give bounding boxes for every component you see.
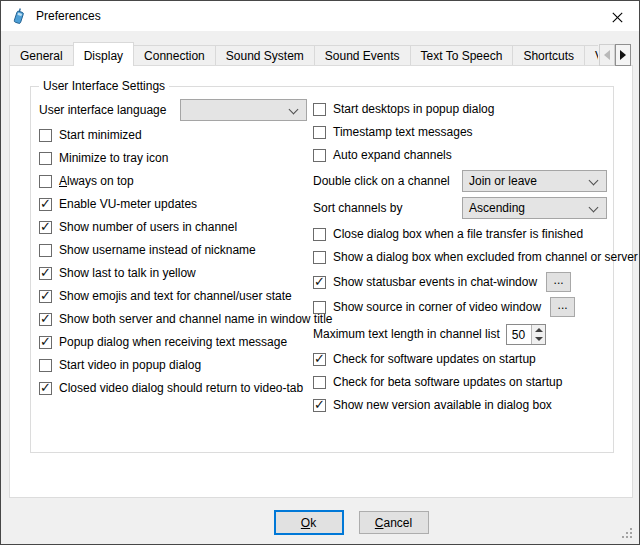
checkbox-row-closed-video-return[interactable]: Closed video dialog should return to vid… bbox=[39, 380, 307, 396]
double-click-value: Join or leave bbox=[469, 174, 537, 188]
checkbox-label: Show username instead of nickname bbox=[59, 243, 256, 257]
checkbox[interactable] bbox=[313, 103, 326, 116]
checkbox[interactable] bbox=[313, 376, 326, 389]
checkbox[interactable] bbox=[39, 267, 52, 280]
checkbox-label: Enable VU-meter updates bbox=[59, 197, 197, 211]
checkbox-label: Show number of users in channel bbox=[59, 220, 237, 234]
checkbox-label: Show source in corner of video window bbox=[333, 300, 541, 314]
max-text-length-spinner[interactable]: 50 bbox=[506, 324, 546, 345]
checkbox-row-minimize-to-tray[interactable]: Minimize to tray icon bbox=[39, 150, 307, 166]
close-icon bbox=[612, 12, 623, 23]
tab-video[interactable]: Video bbox=[584, 45, 598, 66]
max-text-length-row: Maximum text length in channel list 50 bbox=[313, 324, 607, 344]
checkbox-label: Show statusbar events in chat-window bbox=[333, 275, 537, 289]
tab-sound-system[interactable]: Sound System bbox=[215, 45, 315, 66]
checkbox-row-always-on-top[interactable]: Always on top bbox=[39, 173, 307, 189]
right-arrow-icon bbox=[620, 50, 626, 60]
double-click-combobox[interactable]: Join or leave bbox=[462, 170, 607, 192]
checkbox-row-last-to-talk[interactable]: Show last to talk in yellow bbox=[39, 265, 307, 281]
checkbox-row-popup-text-message[interactable]: Popup dialog when receiving text message bbox=[39, 334, 307, 350]
checkbox[interactable] bbox=[39, 244, 52, 257]
checkbox[interactable] bbox=[313, 251, 326, 264]
tab-display[interactable]: Display bbox=[73, 42, 134, 66]
sort-channels-value: Ascending bbox=[469, 201, 525, 215]
checkbox-row-start-video-popup[interactable]: Start video in popup dialog bbox=[39, 357, 307, 373]
chevron-down-icon bbox=[589, 203, 599, 213]
checkbox-label: Check for beta software updates on start… bbox=[333, 375, 562, 389]
language-combobox[interactable] bbox=[180, 99, 307, 121]
checkbox[interactable] bbox=[39, 198, 52, 211]
video-source-row[interactable]: Show source in corner of video window ..… bbox=[313, 297, 607, 317]
checkbox-label: Timestamp text messages bbox=[333, 125, 473, 139]
close-button[interactable] bbox=[605, 9, 629, 26]
checkbox-label: Closed video dialog should return to vid… bbox=[59, 381, 303, 395]
checkbox[interactable] bbox=[313, 126, 326, 139]
tab-shortcuts[interactable]: Shortcuts bbox=[512, 45, 585, 66]
statusbar-events-row[interactable]: Show statusbar events in chat-window ... bbox=[313, 272, 607, 292]
checkbox-row-desktops-popup[interactable]: Start desktops in popup dialog bbox=[313, 101, 607, 117]
checkbox-row-beta-updates[interactable]: Check for beta software updates on start… bbox=[313, 374, 607, 390]
tab-connection[interactable]: Connection bbox=[133, 45, 216, 66]
checkbox-row-show-username[interactable]: Show username instead of nickname bbox=[39, 242, 307, 258]
preferences-dialog: Preferences General Display Connection S… bbox=[0, 0, 640, 545]
checkbox-row-emojis[interactable]: Show emojis and text for channel/user st… bbox=[39, 288, 307, 304]
double-click-label: Double click on a channel bbox=[313, 174, 450, 188]
checkbox-row-vu-meter[interactable]: Enable VU-meter updates bbox=[39, 196, 307, 212]
checkbox-label: Start desktops in popup dialog bbox=[333, 102, 494, 116]
display-tab-page: User Interface Settings User interface l… bbox=[9, 65, 633, 498]
spin-down-icon[interactable] bbox=[532, 334, 545, 344]
checkbox-label: Show emojis and text for channel/user st… bbox=[59, 289, 292, 303]
left-column: User interface language Start minimized … bbox=[39, 99, 307, 403]
window-title: Preferences bbox=[36, 9, 101, 23]
checkbox[interactable] bbox=[39, 290, 52, 303]
checkbox-row-auto-expand[interactable]: Auto expand channels bbox=[313, 147, 607, 163]
tab-sound-events[interactable]: Sound Events bbox=[314, 45, 411, 66]
resize-grip[interactable] bbox=[620, 526, 633, 539]
app-icon bbox=[11, 8, 27, 24]
cancel-button[interactable]: Cancel bbox=[359, 511, 429, 534]
checkbox-label: Show new version available in dialog box bbox=[333, 398, 552, 412]
checkbox[interactable] bbox=[39, 129, 52, 142]
spin-up-icon[interactable] bbox=[532, 325, 545, 335]
title-bar[interactable]: Preferences bbox=[1, 1, 639, 31]
checkbox-row-excluded-dialog[interactable]: Show a dialog box when excluded from cha… bbox=[313, 249, 607, 265]
checkbox-row-new-version-dialog[interactable]: Show new version available in dialog box bbox=[313, 397, 607, 413]
checkbox-row-close-file-transfer[interactable]: Close dialog box when a file transfer is… bbox=[313, 226, 607, 242]
checkbox-row-start-minimized[interactable]: Start minimized bbox=[39, 127, 307, 143]
checkbox-label: Check for software updates on startup bbox=[333, 352, 536, 366]
tab-text-to-speech[interactable]: Text To Speech bbox=[410, 45, 514, 66]
checkbox[interactable] bbox=[313, 353, 326, 366]
checkbox[interactable] bbox=[39, 382, 52, 395]
video-source-more-button[interactable]: ... bbox=[550, 297, 575, 317]
sort-channels-combobox[interactable]: Ascending bbox=[462, 197, 607, 219]
checkbox[interactable] bbox=[39, 175, 52, 188]
checkbox[interactable] bbox=[39, 313, 52, 326]
checkbox-row-show-user-count[interactable]: Show number of users in channel bbox=[39, 219, 307, 235]
checkbox-label: Start minimized bbox=[59, 128, 142, 142]
checkbox[interactable] bbox=[313, 276, 326, 289]
chevron-down-icon bbox=[289, 105, 299, 115]
checkbox[interactable] bbox=[313, 228, 326, 241]
checkbox-label: Auto expand channels bbox=[333, 148, 452, 162]
statusbar-events-more-button[interactable]: ... bbox=[546, 272, 571, 292]
checkbox[interactable] bbox=[39, 221, 52, 234]
checkbox[interactable] bbox=[313, 149, 326, 162]
spinner-buttons bbox=[531, 325, 545, 344]
tab-scroll-right-button[interactable] bbox=[615, 44, 631, 66]
checkbox-row-timestamp[interactable]: Timestamp text messages bbox=[313, 124, 607, 140]
checkbox-row-window-title[interactable]: Show both server and channel name in win… bbox=[39, 311, 307, 327]
checkbox[interactable] bbox=[313, 301, 326, 314]
tab-scroll-left-button[interactable] bbox=[599, 44, 615, 66]
ok-button[interactable]: Ok bbox=[274, 510, 344, 535]
checkbox-label: Minimize to tray icon bbox=[59, 151, 168, 165]
right-column: Start desktops in popup dialog Timestamp… bbox=[313, 101, 607, 420]
language-row: User interface language bbox=[39, 99, 307, 121]
checkbox[interactable] bbox=[313, 399, 326, 412]
tab-scroll-buttons bbox=[599, 44, 631, 66]
checkbox[interactable] bbox=[39, 336, 52, 349]
tab-general[interactable]: General bbox=[9, 45, 74, 66]
checkbox-row-software-updates[interactable]: Check for software updates on startup bbox=[313, 351, 607, 367]
checkbox-label: Show last to talk in yellow bbox=[59, 266, 196, 280]
checkbox[interactable] bbox=[39, 152, 52, 165]
checkbox[interactable] bbox=[39, 359, 52, 372]
